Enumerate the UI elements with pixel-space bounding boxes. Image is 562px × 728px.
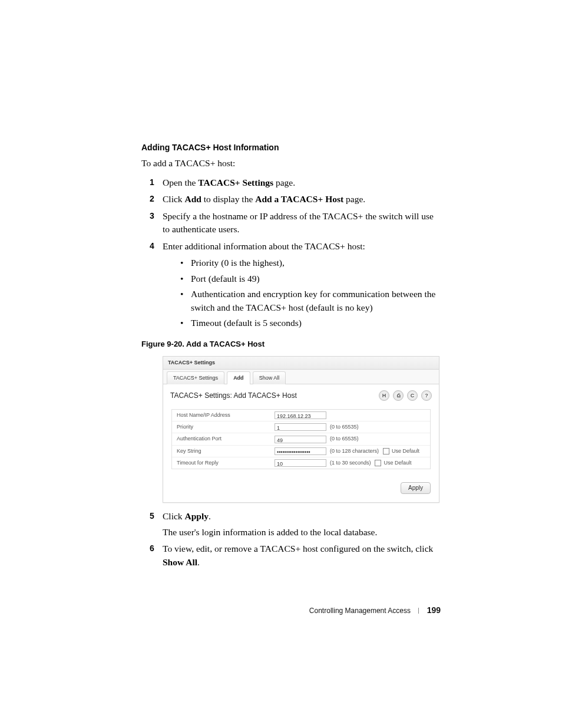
step-number: 2 <box>150 193 154 205</box>
step-text: To view, edit, or remove a TACACS+ host … <box>163 543 433 566</box>
hint-key-string: (0 to 128 characters) Use Default <box>330 447 419 455</box>
step-number: 5 <box>150 510 154 522</box>
hint-timeout: (1 to 30 seconds) Use Default <box>330 459 412 467</box>
footer-chapter: Controlling Management Access <box>309 607 411 615</box>
checkbox-use-default-timeout[interactable] <box>375 460 381 466</box>
bullet-item: Timeout (default is 5 seconds) <box>180 317 441 330</box>
page-footer: Controlling Management Access 199 <box>309 604 441 616</box>
label-timeout: Timeout for Reply <box>177 459 271 467</box>
step-text: Enter additional information about the T… <box>163 241 365 251</box>
step-subtext: The user's login information is added to… <box>163 526 441 539</box>
label-host: Host Name/IP Address <box>177 411 271 419</box>
label-use-default-key: Use Default <box>392 448 419 454</box>
step-3: 3 Specify a the hostname or IP address o… <box>150 210 441 236</box>
step-1: 1 Open the TACACS+ Settings page. <box>150 176 441 189</box>
row-auth-port: Authentication Port 49 (0 to 65535) <box>172 433 430 444</box>
step-text: Click Apply. <box>163 511 211 521</box>
input-host[interactable]: 192.168.12.23 <box>275 411 326 419</box>
form-block: Host Name/IP Address 192.168.12.23 Prior… <box>171 409 431 469</box>
step-number: 4 <box>150 240 154 252</box>
hint-priority: (0 to 65535) <box>330 423 359 431</box>
intro-text: To add a TACACS+ host: <box>141 157 441 170</box>
help-icon[interactable]: ? <box>421 390 432 401</box>
tab-show-all[interactable]: Show All <box>253 371 286 384</box>
label-use-default-timeout: Use Default <box>384 460 412 466</box>
step-list: 1 Open the TACACS+ Settings page. 2 Clic… <box>141 176 441 330</box>
row-timeout: Timeout for Reply 10 (1 to 30 seconds) U… <box>172 457 430 469</box>
section-heading: Adding TACACS+ Host Information <box>141 141 441 153</box>
sub-bullets: Priority (0 is the highest), Port (defau… <box>163 256 441 330</box>
label-auth-port: Authentication Port <box>177 435 271 443</box>
checkbox-use-default-key[interactable] <box>383 448 389 454</box>
input-auth-port[interactable]: 49 <box>275 436 326 443</box>
print-icon[interactable]: ⎙ <box>393 390 404 401</box>
step-number: 1 <box>150 176 154 188</box>
refresh-icon[interactable]: C <box>407 390 418 401</box>
hint-auth-port: (0 to 65535) <box>330 435 359 443</box>
step-5: 5 Click Apply. The user's login informat… <box>150 510 441 539</box>
tab-bar: TACACS+ Settings Add Show All <box>163 370 439 384</box>
step-number: 6 <box>150 542 154 554</box>
save-icon[interactable]: H <box>379 390 389 401</box>
step-number: 3 <box>150 210 154 222</box>
bullet-item: Port (default is 49) <box>180 272 441 285</box>
label-priority: Priority <box>177 423 271 431</box>
tab-tacacs-settings[interactable]: TACACS+ Settings <box>167 371 224 384</box>
row-key-string: Key String •••••••••••••••••• (0 to 128 … <box>172 445 430 457</box>
step-list-continued: 5 Click Apply. The user's login informat… <box>141 510 441 569</box>
bullet-item: Priority (0 is the highest), <box>180 256 441 269</box>
row-host: Host Name/IP Address 192.168.12.23 <box>172 410 430 421</box>
bullet-item: Authentication and encryption key for co… <box>180 288 441 314</box>
step-text: Specify a the hostname or IP address of … <box>163 211 434 234</box>
tab-add[interactable]: Add <box>227 371 250 384</box>
step-text: Open the TACACS+ Settings page. <box>163 177 295 187</box>
input-timeout[interactable]: 10 <box>275 459 326 467</box>
input-key-string[interactable]: •••••••••••••••••• <box>275 447 326 455</box>
step-text: Click Add to display the Add a TACACS+ H… <box>163 194 365 204</box>
step-6: 6 To view, edit, or remove a TACACS+ hos… <box>150 542 441 569</box>
breadcrumb: TACACS+ Settings <box>163 357 439 370</box>
figure-caption: Figure 9-20. Add a TACACS+ Host <box>141 339 441 350</box>
figure-screenshot: TACACS+ Settings TACACS+ Settings Add Sh… <box>163 356 439 503</box>
apply-button[interactable]: Apply <box>401 482 431 495</box>
step-2: 2 Click Add to display the Add a TACACS+… <box>150 193 441 206</box>
step-4: 4 Enter additional information about the… <box>150 240 441 330</box>
row-priority: Priority 1 (0 to 65535) <box>172 421 430 433</box>
label-key-string: Key String <box>177 447 271 455</box>
footer-page-number: 199 <box>427 605 441 615</box>
footer-separator-icon <box>418 608 419 614</box>
input-priority[interactable]: 1 <box>275 423 326 431</box>
panel-title: TACACS+ Settings: Add TACACS+ Host <box>170 391 297 401</box>
